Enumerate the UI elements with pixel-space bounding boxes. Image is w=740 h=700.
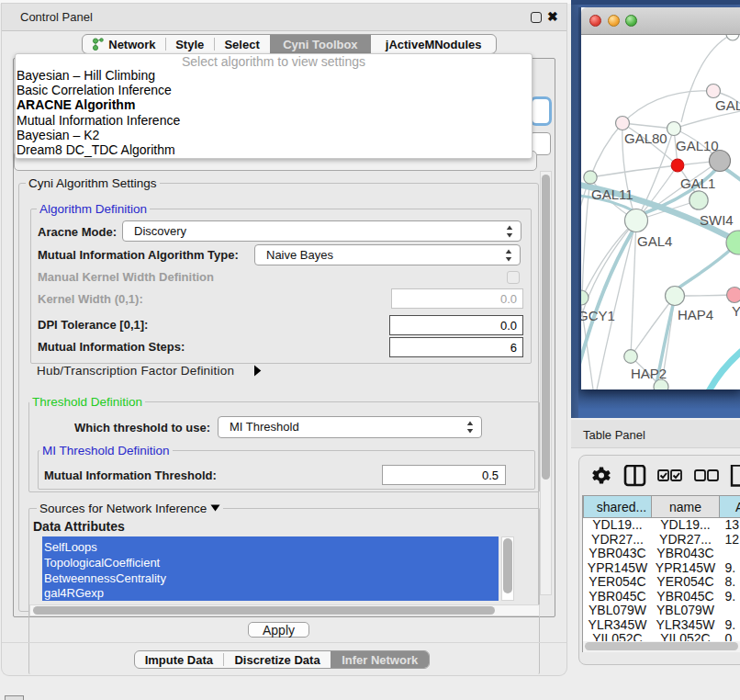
- svg-text:GAL11: GAL11: [591, 186, 633, 202]
- svg-text:SWI4: SWI4: [700, 212, 734, 228]
- svg-text:HAP4: HAP4: [678, 307, 713, 322]
- svg-text:GAL10: GAL10: [676, 138, 719, 153]
- svg-text:GAL1: GAL1: [680, 175, 715, 191]
- svg-text:GAL7: GAL7: [715, 97, 740, 113]
- svg-text:GCY1: GCY1: [581, 308, 615, 323]
- svg-text:Y: Y: [732, 303, 740, 319]
- svg-text:GAL4: GAL4: [637, 233, 672, 249]
- svg-text:HAP2: HAP2: [631, 366, 667, 381]
- svg-text:GAL80: GAL80: [624, 130, 667, 146]
